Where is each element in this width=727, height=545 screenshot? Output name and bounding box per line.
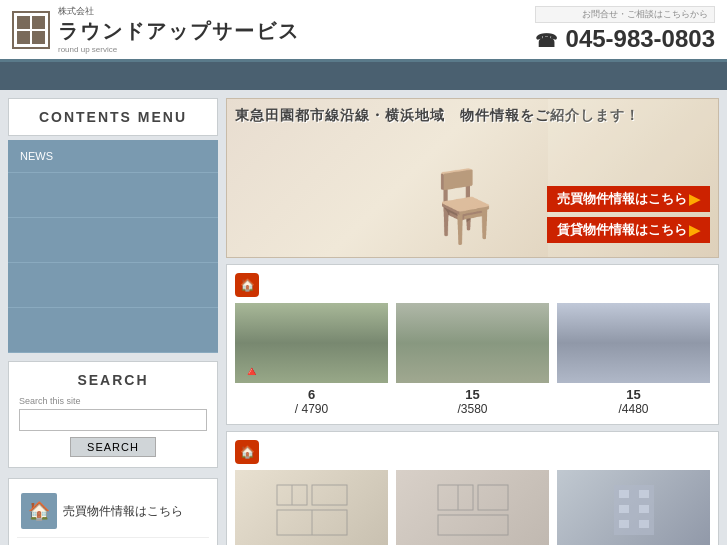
search-label: Search this site — [19, 396, 207, 406]
property-number-1: 6 — [235, 387, 388, 402]
property-card-6[interactable] — [557, 470, 710, 545]
section-header-icon-2: 🏠 — [235, 440, 259, 464]
hero-sale-arrow-icon: ▶ — [689, 191, 700, 207]
sidebar-item-news[interactable]: NEWS — [8, 140, 218, 173]
svg-rect-6 — [478, 485, 508, 510]
contact-label: お問合せ・ご相談はこちらから — [535, 6, 715, 23]
svg-rect-1 — [312, 485, 347, 505]
sale-link[interactable]: 🏠 売買物件情報はこちら — [17, 485, 209, 538]
sidebar-item-empty-3 — [8, 263, 218, 308]
house-icon: 🏠 — [21, 493, 57, 529]
property-price-1: / 4790 — [235, 402, 388, 416]
header: 株式会社 ラウンドアップサービス round up service お問合せ・ご… — [0, 0, 727, 62]
phone-number: ☎ 045-983-0803 — [535, 25, 715, 53]
hero-rental-arrow-icon: ▶ — [689, 222, 700, 238]
nav-bar — [0, 62, 727, 90]
property-info-3: 15 /4480 — [557, 387, 710, 416]
property-image-1: 🔺 — [235, 303, 388, 383]
logo-area: 株式会社 ラウンドアップサービス round up service — [12, 5, 300, 54]
sidebar: CONTENTS MENU NEWS SEARCH Search this si… — [8, 98, 218, 545]
property-number-2: 15 — [396, 387, 549, 402]
property-image-5 — [396, 470, 549, 545]
search-input[interactable] — [19, 409, 207, 431]
svg-rect-13 — [639, 505, 649, 513]
company-logo-name: ラウンドアップサービス — [58, 18, 300, 45]
svg-rect-14 — [619, 520, 629, 528]
contact-area: お問合せ・ご相談はこちらから ☎ 045-983-0803 — [535, 6, 715, 53]
sidebar-menu: NEWS — [8, 140, 218, 353]
sidebar-links: 🏠 売買物件情報はこちら 🔍 賃貸物件情報はこちら — [8, 478, 218, 545]
property-price-3: /4480 — [557, 402, 710, 416]
search-button[interactable]: SEARCH — [70, 437, 156, 457]
property-image-2 — [396, 303, 549, 383]
rental-link[interactable]: 🔍 賃貸物件情報はこちら — [17, 538, 209, 545]
sidebar-item-empty-2 — [8, 218, 218, 263]
svg-rect-11 — [639, 490, 649, 498]
property-image-6 — [557, 470, 710, 545]
property-image-3 — [557, 303, 710, 383]
phone-icon: ☎ — [535, 31, 557, 51]
sale-link-label: 売買物件情報はこちら — [63, 503, 183, 520]
phone-digits: 045-983-0803 — [566, 25, 715, 52]
hero-cta-buttons: 売買物件情報はこちら ▶ 賃貸物件情報はこちら ▶ — [547, 186, 710, 243]
hero-sale-label: 売買物件情報はこちら — [557, 190, 687, 208]
property-number-3: 15 — [557, 387, 710, 402]
property-grid-1: 🔺 6 / 4790 15 /3580 — [235, 303, 710, 416]
search-section: SEARCH Search this site SEARCH — [8, 361, 218, 468]
property-section-2: 🏠 — [226, 431, 719, 545]
section-header-icon-1: 🏠 — [235, 273, 259, 297]
svg-rect-7 — [438, 515, 508, 535]
company-name: 株式会社 — [58, 5, 300, 18]
property-card-1[interactable]: 🔺 6 / 4790 — [235, 303, 388, 416]
svg-rect-5 — [438, 485, 473, 510]
property-info-1: 6 / 4790 — [235, 387, 388, 416]
sidebar-item-empty-1 — [8, 173, 218, 218]
property-grid-2 — [235, 470, 710, 545]
property-card-4[interactable] — [235, 470, 388, 545]
sidebar-item-empty-4 — [8, 308, 218, 353]
hero-rental-label: 賃貸物件情報はこちら — [557, 221, 687, 239]
chair-illustration-icon: 🪑 — [420, 165, 507, 247]
logo-grid-icon — [12, 11, 50, 49]
property-section-1: 🏠 🔺 6 / 4790 15 /3580 — [226, 264, 719, 425]
property-card-2[interactable]: 15 /3580 — [396, 303, 549, 416]
company-sub: round up service — [58, 45, 300, 54]
svg-rect-12 — [619, 505, 629, 513]
hero-banner: 東急田園都市線沿線・横浜地域 物件情報をご紹介します！ 🪑 売買物件情報はこちら… — [226, 98, 719, 258]
search-title: SEARCH — [19, 372, 207, 388]
contents-menu-header: CONTENTS MENU — [8, 98, 218, 136]
property-card-5[interactable] — [396, 470, 549, 545]
content-area: 東急田園都市線沿線・横浜地域 物件情報をご紹介します！ 🪑 売買物件情報はこちら… — [226, 98, 719, 545]
cone-icon-1: 🔺 — [243, 363, 260, 379]
property-price-2: /3580 — [396, 402, 549, 416]
property-image-4 — [235, 470, 388, 545]
svg-rect-15 — [639, 520, 649, 528]
hero-rental-button[interactable]: 賃貸物件情報はこちら ▶ — [547, 217, 710, 243]
svg-rect-10 — [619, 490, 629, 498]
property-card-3[interactable]: 15 /4480 — [557, 303, 710, 416]
main-layout: CONTENTS MENU NEWS SEARCH Search this si… — [0, 90, 727, 545]
logo-text: 株式会社 ラウンドアップサービス round up service — [58, 5, 300, 54]
property-info-2: 15 /3580 — [396, 387, 549, 416]
hero-sale-button[interactable]: 売買物件情報はこちら ▶ — [547, 186, 710, 212]
